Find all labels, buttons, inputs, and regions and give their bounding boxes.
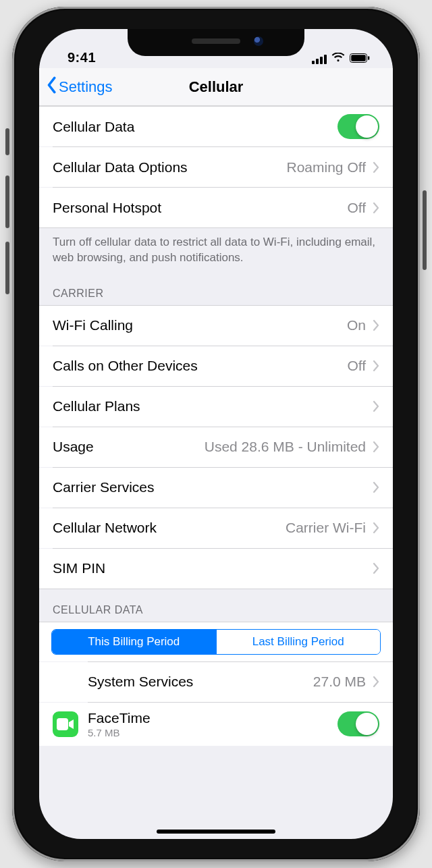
segment-this-billing-period[interactable]: This Billing Period [52,630,216,654]
usage-row[interactable]: Usage Used 28.6 MB - Unlimited [39,427,393,467]
cellular-network-detail: Carrier Wi-Fi [286,520,366,536]
wifi-icon [331,53,345,65]
status-time: 9:41 [62,50,96,65]
home-indicator[interactable] [157,830,275,834]
status-indicators [312,53,373,65]
facetime-label-group: FaceTime 5.7 MB [88,710,151,738]
segment-last-billing-period[interactable]: Last Billing Period [216,630,381,654]
mute-switch[interactable] [5,128,9,155]
cellular-plans-row[interactable]: Cellular Plans [39,387,393,427]
personal-hotspot-detail: Off [347,200,366,216]
chevron-right-icon [373,360,379,372]
front-camera [254,36,263,46]
carrier-header: CARRIER [39,273,393,305]
chevron-right-icon [373,400,379,412]
chevron-right-icon [373,562,379,574]
calls-on-other-devices-row[interactable]: Calls on Other Devices Off [39,346,393,386]
cellular-data-options-row[interactable]: Cellular Data Options Roaming Off [39,147,393,187]
chevron-right-icon [373,481,379,493]
chevron-right-icon [373,676,379,688]
sim-pin-row[interactable]: SIM PIN [39,549,393,589]
carrier-services-row[interactable]: Carrier Services [39,468,393,508]
device-bezel-inner: 9:41 [16,10,416,858]
volume-up-button[interactable] [5,175,9,228]
cellular-network-label: Cellular Network [53,520,157,536]
chevron-right-icon [373,441,379,453]
facetime-label: FaceTime [88,710,151,726]
sim-pin-label: SIM PIN [53,560,105,576]
facetime-toggle[interactable] [338,711,379,736]
power-button[interactable] [423,190,427,270]
calls-on-other-devices-detail: Off [347,358,366,374]
device-bezel: 9:41 [12,7,420,861]
device-frame: 9:41 [0,0,432,868]
svg-rect-2 [368,56,369,60]
chevron-right-icon [373,202,379,214]
cellular-network-row[interactable]: Cellular Network Carrier Wi-Fi [39,508,393,548]
svg-rect-3 [57,718,68,730]
nav-bar: Settings Cellular [39,68,393,106]
cellular-signal-icon [312,55,327,64]
wifi-calling-label: Wi-Fi Calling [53,317,133,333]
cellular-data-footnote: Turn off cellular data to restrict all d… [39,228,393,273]
facetime-row[interactable]: FaceTime 5.7 MB [39,703,393,746]
cellular-plans-label: Cellular Plans [53,398,140,414]
earpiece [192,38,240,44]
facetime-icon [53,711,78,737]
billing-period-segmented: This Billing Period Last Billing Period [39,622,393,661]
cellular-data-options-label: Cellular Data Options [53,159,188,175]
content-scroll[interactable]: Cellular Data Cellular Data Options Roam… [39,106,393,839]
usage-detail: Used 28.6 MB - Unlimited [205,439,366,455]
system-services-row[interactable]: System Services 27.0 MB [39,662,393,702]
carrier-services-label: Carrier Services [53,479,155,495]
calls-on-other-devices-label: Calls on Other Devices [53,358,198,374]
chevron-right-icon [373,161,379,173]
notch [128,29,304,56]
system-services-label: System Services [88,674,193,690]
usage-label: Usage [53,439,94,455]
volume-down-button[interactable] [5,242,9,294]
wifi-calling-detail: On [347,317,366,333]
cellular-data-label: Cellular Data [53,119,134,135]
chevron-right-icon [373,522,379,534]
battery-icon [350,53,370,65]
personal-hotspot-row[interactable]: Personal Hotspot Off [39,188,393,227]
cellular-data-toggle[interactable] [338,114,379,139]
cellular-data-row[interactable]: Cellular Data [39,107,393,146]
cellular-data-options-detail: Roaming Off [287,159,367,175]
svg-rect-1 [351,55,366,61]
screen: 9:41 [39,29,393,839]
personal-hotspot-label: Personal Hotspot [53,200,161,216]
facetime-sublabel: 5.7 MB [88,727,151,738]
chevron-right-icon [373,319,379,331]
cellular-data-header: CELLULAR DATA [39,589,393,622]
system-services-detail: 27.0 MB [313,674,366,690]
page-title: Cellular [39,68,393,105]
wifi-calling-row[interactable]: Wi-Fi Calling On [39,306,393,346]
